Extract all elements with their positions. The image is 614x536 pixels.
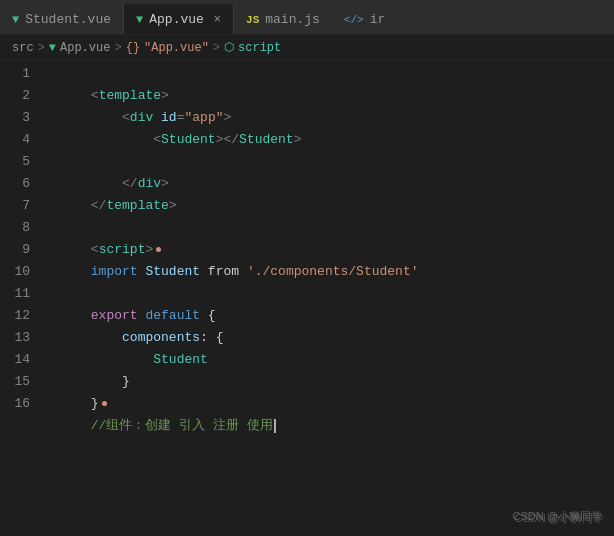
tab-student[interactable]: ▼ Student.vue (0, 4, 123, 34)
tab-ir[interactable]: </> ir (332, 4, 397, 34)
tab-main[interactable]: JS main.js (234, 4, 332, 34)
line-numbers: 1 2 3 4 5 6 7 8 9 10 11 12 13 14 15 16 (0, 61, 40, 536)
code-area: <template> <div id="app"> <Student></Stu… (40, 61, 614, 536)
tab-label-app: App.vue (149, 12, 204, 27)
breadcrumb-sep2: > (114, 41, 121, 55)
tab-label-main: main.js (265, 12, 320, 27)
breadcrumb-appvue: App.vue (60, 41, 110, 55)
breadcrumb-vue-icon: ▼ (49, 41, 56, 55)
breadcrumb: src > ▼ App.vue > {} "App.vue" > ⬡ scrip… (0, 35, 614, 61)
watermark-overlay: CSDN @小狮同学 (513, 509, 602, 524)
code-line-8: <script> (40, 217, 614, 239)
breadcrumb-sep3: > (213, 41, 220, 55)
tab-bar: ▼ Student.vue ▼ App.vue × JS main.js </>… (0, 0, 614, 35)
angle-icon-ir: </> (344, 14, 364, 26)
close-icon-app[interactable]: × (214, 13, 221, 27)
tab-label-student: Student.vue (25, 12, 111, 27)
breadcrumb-script-icon: ⬡ (224, 40, 234, 55)
vue-icon-student: ▼ (12, 13, 19, 27)
editor: 1 2 3 4 5 6 7 8 9 10 11 12 13 14 15 16 <… (0, 61, 614, 536)
code-line-5: </div> (40, 151, 614, 173)
breadcrumb-script: script (238, 41, 281, 55)
text-cursor (274, 419, 276, 433)
breadcrumb-obj-icon: {} (126, 41, 140, 55)
breadcrumb-sep1: > (38, 41, 45, 55)
code-line-1: <template> (40, 63, 614, 85)
tab-label-ir: ir (370, 12, 386, 27)
breadcrumb-src: src (12, 41, 34, 55)
code-line-16: //组件：创建 引入 注册 使用 (40, 393, 614, 415)
tab-app[interactable]: ▼ App.vue × (123, 4, 234, 34)
js-icon-main: JS (246, 14, 259, 26)
code-line-11: export default { (40, 283, 614, 305)
vue-icon-app: ▼ (136, 13, 143, 27)
breadcrumb-obj: "App.vue" (144, 41, 209, 55)
